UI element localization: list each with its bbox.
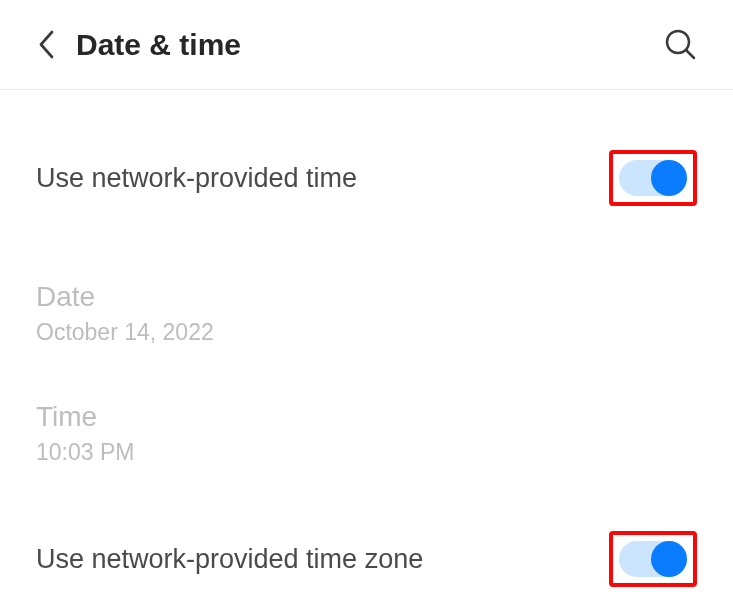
date-value: October 14, 2022 bbox=[36, 319, 697, 346]
network-timezone-label: Use network-provided time zone bbox=[36, 544, 423, 575]
header: Date & time bbox=[0, 0, 733, 90]
time-value: 10:03 PM bbox=[36, 439, 697, 466]
content: Use network-provided time Date October 1… bbox=[0, 90, 733, 597]
network-time-label: Use network-provided time bbox=[36, 163, 357, 194]
network-timezone-highlight bbox=[609, 531, 697, 587]
page-title: Date & time bbox=[76, 28, 241, 62]
network-time-highlight bbox=[609, 150, 697, 206]
network-time-toggle[interactable] bbox=[619, 160, 687, 196]
date-section: Date October 14, 2022 bbox=[36, 226, 697, 346]
back-icon[interactable] bbox=[36, 30, 56, 60]
date-label: Date bbox=[36, 281, 697, 313]
search-icon[interactable] bbox=[663, 28, 697, 62]
toggle-thumb-icon bbox=[651, 160, 687, 196]
time-section: Time 10:03 PM bbox=[36, 346, 697, 466]
network-time-row: Use network-provided time bbox=[36, 90, 697, 226]
network-timezone-toggle[interactable] bbox=[619, 541, 687, 577]
time-label: Time bbox=[36, 401, 697, 433]
svg-line-1 bbox=[686, 51, 694, 59]
network-timezone-row: Use network-provided time zone bbox=[36, 466, 697, 597]
header-left: Date & time bbox=[36, 28, 241, 62]
toggle-thumb-icon bbox=[651, 541, 687, 577]
